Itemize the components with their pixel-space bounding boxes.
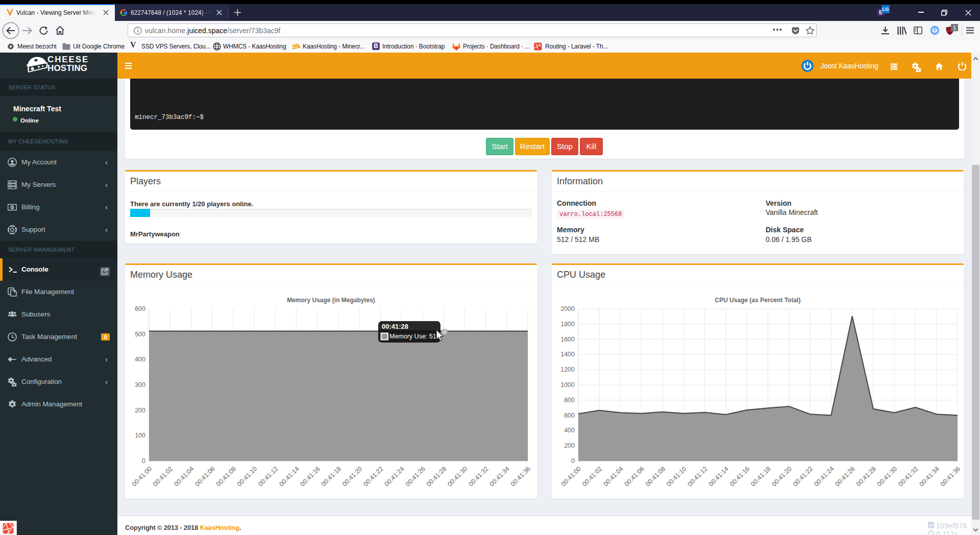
svg-text:00:41:16: 00:41:16 — [299, 465, 322, 488]
svg-text:1600: 1600 — [560, 336, 575, 343]
svg-text:1000: 1000 — [560, 381, 575, 388]
svg-text:2000: 2000 — [560, 305, 575, 312]
svg-text:00:41:18: 00:41:18 — [320, 465, 342, 488]
svg-text:00:41:30: 00:41:30 — [446, 465, 469, 488]
svg-text:00:41:12: 00:41:12 — [257, 465, 279, 488]
svg-text:00:41:30: 00:41:30 — [876, 465, 898, 488]
svg-text:00:41:28: 00:41:28 — [425, 465, 448, 488]
svg-text:00:41:08: 00:41:08 — [644, 465, 667, 488]
svg-text:00:41:14: 00:41:14 — [707, 465, 730, 488]
svg-text:00:41:36: 00:41:36 — [939, 465, 962, 488]
svg-text:400: 400 — [135, 356, 145, 363]
svg-text:00:41:32: 00:41:32 — [467, 465, 489, 488]
svg-text:600: 600 — [135, 305, 145, 312]
svg-text:00:41:14: 00:41:14 — [278, 465, 300, 488]
svg-text:00:41:34: 00:41:34 — [918, 465, 941, 488]
svg-text:100: 100 — [135, 432, 145, 439]
svg-text:00:41:08: 00:41:08 — [215, 465, 237, 488]
svg-text:00:41:02: 00:41:02 — [581, 465, 603, 488]
svg-text:00:41:06: 00:41:06 — [193, 465, 216, 488]
svg-text:0: 0 — [571, 457, 575, 465]
svg-text:00:41:22: 00:41:22 — [792, 465, 814, 488]
svg-text:Memory Use: 512: Memory Use: 512 — [389, 333, 440, 340]
svg-text:00:41:12: 00:41:12 — [686, 465, 708, 488]
svg-text:00:41:10: 00:41:10 — [665, 465, 688, 488]
svg-text:00:41:32: 00:41:32 — [897, 465, 919, 488]
svg-text:Memory Usage (in Megabytes): Memory Usage (in Megabytes) — [287, 297, 375, 304]
svg-text:00:41:26: 00:41:26 — [404, 465, 427, 488]
svg-text:00:41:10: 00:41:10 — [236, 465, 258, 488]
svg-text:1800: 1800 — [560, 321, 575, 328]
svg-text:0: 0 — [12, 206, 13, 209]
svg-text:00:41:02: 00:41:02 — [152, 465, 174, 488]
svg-text:00:41:34: 00:41:34 — [488, 465, 511, 488]
svg-text:CPU Usage (as Percent Total): CPU Usage (as Percent Total) — [715, 297, 801, 304]
svg-text:00:41:00: 00:41:00 — [560, 465, 582, 488]
svg-text:00:41:16: 00:41:16 — [728, 465, 751, 488]
svg-text:00:41:04: 00:41:04 — [173, 465, 195, 488]
svg-text:500: 500 — [135, 331, 145, 338]
svg-text:600: 600 — [564, 412, 575, 419]
svg-text:800: 800 — [564, 397, 575, 404]
svg-text:200: 200 — [135, 407, 145, 414]
svg-text:00:41:22: 00:41:22 — [362, 465, 384, 488]
svg-text:00:41:20: 00:41:20 — [341, 465, 363, 488]
svg-text:00:41:18: 00:41:18 — [749, 465, 772, 488]
svg-text:00:41:24: 00:41:24 — [383, 465, 405, 488]
svg-text:00:41:04: 00:41:04 — [602, 465, 624, 488]
svg-text:00:41:26: 00:41:26 — [834, 465, 856, 488]
svg-text:00:41:36: 00:41:36 — [509, 465, 532, 488]
svg-text:00:41:24: 00:41:24 — [813, 465, 835, 488]
svg-text:1200: 1200 — [560, 366, 575, 373]
svg-text:400: 400 — [564, 427, 575, 434]
svg-text:00:41:28: 00:41:28 — [382, 323, 408, 330]
svg-text:00:41:06: 00:41:06 — [623, 465, 646, 488]
svg-text:00:41:28: 00:41:28 — [855, 465, 877, 488]
svg-text:00:41:00: 00:41:00 — [131, 465, 153, 488]
svg-text:1400: 1400 — [560, 351, 575, 358]
svg-text:300: 300 — [135, 381, 145, 388]
svg-text:0: 0 — [142, 457, 145, 465]
svg-text:200: 200 — [564, 442, 575, 449]
svg-text:00:41:20: 00:41:20 — [771, 465, 793, 488]
